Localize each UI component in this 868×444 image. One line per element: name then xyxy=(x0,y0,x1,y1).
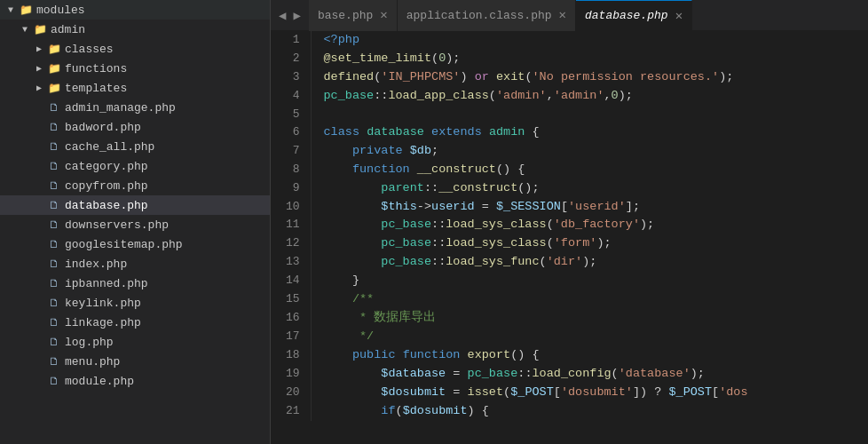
file-icon: 🗋 xyxy=(46,160,62,173)
line-number: 6 xyxy=(271,123,311,142)
file-icon: 🗋 xyxy=(46,336,62,349)
line-number: 16 xyxy=(271,309,311,328)
table-row: 16 * 数据库导出 xyxy=(271,309,868,328)
line-number: 8 xyxy=(271,161,311,179)
table-row: 9 parent::__construct(); xyxy=(271,179,868,198)
tab-application-class-php[interactable]: application.class.php ✕ xyxy=(398,0,576,31)
sidebar-item-keylink[interactable]: 🗋 keylink.php xyxy=(0,293,270,313)
code-table: 1 <?php 2 @set_time_limit(0); 3 defined(… xyxy=(271,31,868,421)
table-row: 8 function __construct() { xyxy=(271,161,868,179)
line-code: $dosubmit = isset($_POST['dosubmit']) ? … xyxy=(311,384,868,402)
sidebar-item-ipbanned[interactable]: 🗋 ipbanned.php xyxy=(0,274,270,293)
file-icon: 🗋 xyxy=(46,121,62,134)
sidebar-item-database[interactable]: 🗋 database.php xyxy=(0,195,270,215)
file-icon: 🗋 xyxy=(46,316,62,329)
sidebar-item-label: downservers.php xyxy=(65,218,169,232)
table-row: 3 defined('IN_PHPCMS') or exit('No permi… xyxy=(271,68,868,87)
file-icon: 🗋 xyxy=(46,238,62,251)
file-icon: 🗋 xyxy=(46,199,62,212)
line-number: 4 xyxy=(271,87,311,106)
tab-close-button[interactable]: ✕ xyxy=(380,9,387,21)
line-number: 13 xyxy=(271,253,311,272)
nav-left-arrow[interactable]: ◀ xyxy=(276,6,288,25)
sidebar-item-cache-all[interactable]: 🗋 cache_all.php xyxy=(0,137,270,156)
table-row: 15 /** xyxy=(271,290,868,309)
folder-icon: 📁 xyxy=(46,82,62,95)
sidebar-item-category[interactable]: 🗋 category.php xyxy=(0,156,270,176)
line-code: pc_base::load_sys_class('db_factory'); xyxy=(311,216,868,234)
sidebar-item-log[interactable]: 🗋 log.php xyxy=(0,332,270,352)
table-row: 17 */ xyxy=(271,328,868,346)
table-row: 21 if($dosubmit) { xyxy=(271,402,868,421)
file-icon: 🗋 xyxy=(46,355,62,369)
sidebar-item-label: database.php xyxy=(65,199,148,212)
arrow-icon: ▶ xyxy=(32,63,46,74)
file-icon: 🗋 xyxy=(46,140,62,154)
line-number: 14 xyxy=(271,272,311,290)
sidebar-item-label: linkage.php xyxy=(65,316,141,329)
line-number: 2 xyxy=(271,50,311,68)
line-code: if($dosubmit) { xyxy=(311,402,868,421)
sidebar-item-templates[interactable]: ▶ 📁 templates xyxy=(0,78,270,98)
line-number: 5 xyxy=(271,106,311,123)
tab-database-php[interactable]: database.php ✕ xyxy=(576,0,692,31)
file-icon: 🗋 xyxy=(46,101,62,115)
table-row: 4 pc_base::load_app_class('admin','admin… xyxy=(271,87,868,106)
sidebar-item-badword[interactable]: 🗋 badword.php xyxy=(0,117,270,137)
sidebar-item-googlesitemap[interactable]: 🗋 googlesitemap.php xyxy=(0,234,270,254)
tab-label: database.php xyxy=(585,9,668,22)
line-number: 20 xyxy=(271,384,311,402)
line-number: 1 xyxy=(271,31,311,50)
line-code: function __construct() { xyxy=(311,161,868,179)
sidebar-item-linkage[interactable]: 🗋 linkage.php xyxy=(0,313,270,332)
folder-icon: 📁 xyxy=(18,4,34,17)
line-number: 11 xyxy=(271,216,311,234)
sidebar-item-label: badword.php xyxy=(65,121,141,134)
sidebar-item-label: modules xyxy=(36,4,85,17)
sidebar-item-admin-manage[interactable]: 🗋 admin_manage.php xyxy=(0,98,270,117)
line-code: class database extends admin { xyxy=(311,123,868,142)
nav-right-arrow[interactable]: ▶ xyxy=(290,6,303,25)
line-number: 15 xyxy=(271,290,311,309)
sidebar-item-label: menu.php xyxy=(65,355,120,369)
line-code: parent::__construct(); xyxy=(311,179,868,198)
sidebar-item-modules[interactable]: ▼ 📁 modules xyxy=(0,0,270,20)
sidebar-item-classes[interactable]: ▶ 📁 classes xyxy=(0,39,270,59)
sidebar-item-label: category.php xyxy=(65,160,148,173)
sidebar-item-functions[interactable]: ▶ 📁 functions xyxy=(0,59,270,78)
sidebar-item-label: cache_all.php xyxy=(65,140,154,154)
line-code: * 数据库导出 xyxy=(311,309,868,328)
table-row: 5 xyxy=(271,106,868,123)
line-code xyxy=(311,106,868,123)
folder-icon: 📁 xyxy=(46,62,62,75)
line-code: */ xyxy=(311,328,868,346)
tabs-bar: ◀ ▶ base.php ✕ application.class.php ✕ d… xyxy=(271,0,868,31)
sidebar-item-index[interactable]: 🗋 index.php xyxy=(0,254,270,274)
tab-close-button[interactable]: ✕ xyxy=(675,10,683,22)
sidebar-item-label: admin xyxy=(51,23,85,36)
arrow-icon: ▼ xyxy=(18,25,32,35)
sidebar-item-label: ipbanned.php xyxy=(65,277,148,290)
table-row: 13 pc_base::load_sys_func('dir'); xyxy=(271,253,868,272)
line-number: 10 xyxy=(271,198,311,217)
sidebar-item-copyfrom[interactable]: 🗋 copyfrom.php xyxy=(0,176,270,195)
sidebar-item-downservers[interactable]: 🗋 downservers.php xyxy=(0,215,270,234)
sidebar-item-module[interactable]: 🗋 module.php xyxy=(0,371,270,391)
tab-base-php[interactable]: base.php ✕ xyxy=(309,0,398,31)
tab-close-button[interactable]: ✕ xyxy=(559,9,566,21)
line-number: 19 xyxy=(271,365,311,384)
table-row: 11 pc_base::load_sys_class('db_factory')… xyxy=(271,216,868,234)
folder-icon: 📁 xyxy=(32,23,48,36)
line-code: private $db; xyxy=(311,142,868,161)
line-number: 17 xyxy=(271,328,311,346)
line-code: @set_time_limit(0); xyxy=(311,50,868,68)
code-editor[interactable]: 1 <?php 2 @set_time_limit(0); 3 defined(… xyxy=(271,31,868,444)
sidebar-item-menu[interactable]: 🗋 menu.php xyxy=(0,352,270,371)
table-row: 7 private $db; xyxy=(271,142,868,161)
line-number: 21 xyxy=(271,402,311,421)
line-code: } xyxy=(311,272,868,290)
sidebar-item-label: copyfrom.php xyxy=(65,179,148,193)
sidebar-item-admin[interactable]: ▼ 📁 admin xyxy=(0,20,270,39)
line-number: 18 xyxy=(271,346,311,365)
line-code: pc_base::load_sys_class('form'); xyxy=(311,234,868,253)
